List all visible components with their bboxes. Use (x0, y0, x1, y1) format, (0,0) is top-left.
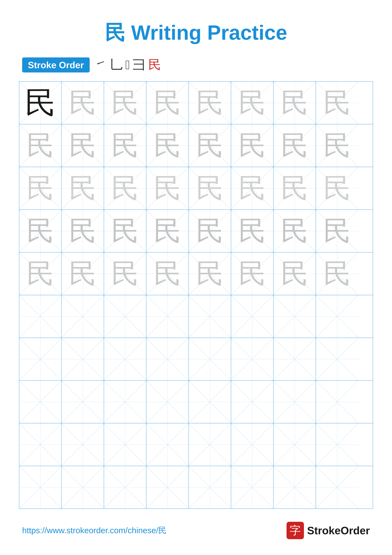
grid-cell[interactable] (62, 466, 104, 509)
grid-cell[interactable]: 民 (231, 253, 274, 295)
grid-cell[interactable]: 民 (274, 82, 316, 124)
grid-cell[interactable] (19, 466, 62, 509)
grid-cell[interactable]: 民 (189, 253, 231, 295)
grid-cell[interactable]: 民 (316, 253, 358, 295)
grid-cell[interactable] (104, 381, 146, 423)
svg-line-127 (316, 381, 358, 423)
grid-cell[interactable]: 民 (104, 167, 146, 210)
grid-cell[interactable]: 民 (274, 124, 316, 167)
practice-char: 民 (281, 260, 308, 288)
grid-cell[interactable]: 民 (316, 167, 358, 210)
grid-cell[interactable] (189, 381, 231, 423)
grid-cell[interactable]: 民 (146, 82, 189, 124)
grid-cell[interactable] (231, 338, 274, 380)
grid-cell[interactable]: 民 (231, 124, 274, 167)
grid-cell[interactable] (104, 423, 146, 466)
svg-line-126 (316, 381, 358, 423)
practice-char: 民 (281, 89, 308, 117)
practice-char: 民 (69, 89, 97, 117)
grid-cell[interactable] (316, 381, 358, 423)
practice-char: 民 (154, 217, 181, 245)
grid-cell[interactable] (62, 381, 104, 423)
grid-cell[interactable] (19, 338, 62, 380)
grid-cell[interactable]: 民 (189, 210, 231, 252)
grid-cell[interactable]: 民 (62, 167, 104, 210)
grid-cell[interactable] (316, 466, 358, 509)
grid-cell[interactable]: 民 (189, 82, 231, 124)
grid-cell[interactable] (146, 423, 189, 466)
svg-line-117 (104, 381, 146, 423)
grid-cell[interactable] (19, 381, 62, 423)
grid-cell[interactable]: 民 (274, 210, 316, 252)
grid-cell[interactable]: 民 (146, 253, 189, 295)
grid-cell[interactable] (146, 295, 189, 338)
grid-cell[interactable] (104, 466, 146, 509)
grid-cell[interactable] (19, 423, 62, 466)
grid-cell[interactable] (316, 338, 358, 380)
grid-cell[interactable] (274, 295, 316, 338)
grid-cell[interactable] (146, 466, 189, 509)
practice-char: 民 (281, 175, 308, 202)
svg-line-85 (104, 295, 146, 337)
grid-cell[interactable]: 民 (274, 253, 316, 295)
grid-cell[interactable]: 民 (189, 124, 231, 167)
grid-cell[interactable]: 民 (19, 210, 62, 252)
grid-cell[interactable] (274, 381, 316, 423)
svg-line-125 (274, 381, 316, 423)
grid-cell[interactable]: 民 (19, 253, 62, 295)
grid-cell[interactable]: 民 (231, 167, 274, 210)
svg-line-147 (62, 466, 104, 508)
grid-cell[interactable]: 民 (146, 167, 189, 210)
grid-cell[interactable] (62, 423, 104, 466)
grid-cell[interactable]: 民 (19, 124, 62, 167)
grid-cell[interactable]: 民 (104, 82, 146, 124)
grid-cell[interactable] (189, 295, 231, 338)
grid-cell[interactable]: 民 (104, 210, 146, 252)
practice-char: 民 (323, 89, 351, 117)
grid-cell[interactable]: 民 (231, 210, 274, 252)
svg-line-90 (231, 295, 273, 337)
grid-cell[interactable]: 民 (189, 167, 231, 210)
grid-cell[interactable]: 民 (274, 167, 316, 210)
grid-cell[interactable]: 民 (104, 253, 146, 295)
grid-cell[interactable] (189, 338, 231, 380)
svg-line-148 (104, 466, 146, 508)
practice-char: 民 (154, 89, 181, 117)
grid-cell[interactable]: 民 (316, 82, 358, 124)
grid-cell[interactable]: 民 (62, 124, 104, 167)
grid-cell[interactable]: 民 (62, 253, 104, 295)
grid-cell[interactable]: 民 (146, 210, 189, 252)
footer-url[interactable]: https://www.strokeorder.com/chinese/民 (22, 525, 166, 536)
grid-cell[interactable]: 民 (104, 124, 146, 167)
grid-cell[interactable] (274, 466, 316, 509)
grid-cell[interactable] (274, 423, 316, 466)
grid-cell[interactable] (104, 295, 146, 338)
grid-cell[interactable] (316, 423, 358, 466)
grid-cell[interactable] (146, 381, 189, 423)
grid-cell[interactable] (189, 466, 231, 509)
grid-cell[interactable]: 民 (62, 210, 104, 252)
grid-cell[interactable] (104, 338, 146, 380)
grid-cell[interactable] (62, 295, 104, 338)
grid-cell[interactable] (231, 423, 274, 466)
grid-cell[interactable] (189, 423, 231, 466)
grid-cell[interactable] (19, 295, 62, 338)
svg-line-113 (19, 381, 61, 423)
grid-cell[interactable] (231, 466, 274, 509)
grid-cell[interactable]: 民 (316, 210, 358, 252)
grid-cell[interactable] (231, 295, 274, 338)
grid-cell[interactable]: 民 (62, 82, 104, 124)
grid-cell[interactable] (274, 338, 316, 380)
practice-char: 民 (238, 132, 266, 160)
grid-cell[interactable] (231, 381, 274, 423)
grid-cell[interactable] (146, 338, 189, 380)
grid-cell[interactable]: 民 (231, 82, 274, 124)
grid-cell[interactable]: 民 (146, 124, 189, 167)
grid-cell[interactable] (62, 338, 104, 380)
grid-cell[interactable]: 民 (19, 82, 62, 124)
practice-char: 民 (69, 217, 97, 245)
grid-row (19, 338, 373, 381)
grid-cell[interactable]: 民 (316, 124, 358, 167)
grid-cell[interactable]: 民 (19, 167, 62, 210)
grid-cell[interactable] (316, 295, 358, 338)
